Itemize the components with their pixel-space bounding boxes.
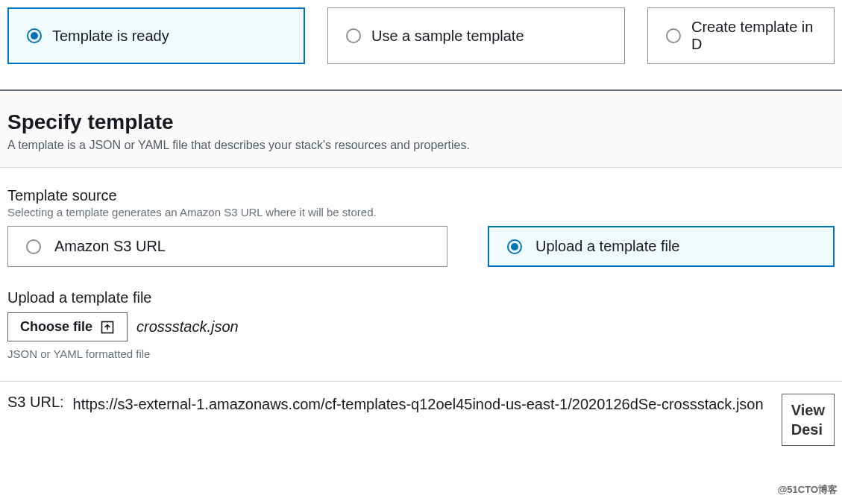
upload-row: Choose file crossstack.json	[7, 312, 835, 341]
upload-template-label: Upload a template file	[7, 289, 835, 306]
s3-url-label: S3 URL:	[7, 394, 64, 411]
option-label: Use a sample template	[371, 28, 524, 45]
option-upload-template-file[interactable]: Upload a template file	[488, 226, 835, 267]
template-source-help: Selecting a template generates an Amazon…	[7, 206, 835, 218]
option-create-template-in-designer[interactable]: Create template in D	[647, 7, 835, 64]
view-label-line1: View	[791, 402, 825, 418]
option-amazon-s3-url[interactable]: Amazon S3 URL	[7, 226, 447, 267]
s3-url-row: S3 URL: https://s3-external-1.amazonaws.…	[0, 381, 842, 453]
upload-icon	[100, 320, 115, 335]
specify-template-header: Specify template A template is a JSON or…	[0, 91, 842, 167]
view-label-line2: Desi	[791, 421, 823, 438]
radio-icon	[27, 28, 42, 43]
radio-icon	[666, 28, 681, 43]
option-label: Amazon S3 URL	[54, 238, 166, 255]
radio-icon	[346, 28, 361, 43]
option-label: Create template in D	[691, 19, 816, 53]
view-in-designer-button[interactable]: View Desi	[782, 394, 835, 446]
file-format-help: JSON or YAML formatted file	[7, 347, 835, 360]
template-source-section: Template source Selecting a template gen…	[0, 168, 842, 360]
template-source-label: Template source	[7, 187, 835, 204]
upload-template-block: Upload a template file Choose file cross…	[7, 289, 835, 360]
choose-file-button[interactable]: Choose file	[7, 312, 128, 341]
option-label: Upload a template file	[535, 238, 679, 255]
option-template-is-ready[interactable]: Template is ready	[7, 7, 305, 64]
s3-url-value: https://s3-external-1.amazonaws.com/cf-t…	[73, 394, 773, 415]
selected-file-name: crossstack.json	[136, 318, 239, 336]
option-label: Template is ready	[52, 28, 169, 45]
specify-template-title: Specify template	[7, 110, 835, 134]
radio-icon	[26, 239, 41, 254]
option-use-sample-template[interactable]: Use a sample template	[327, 7, 625, 64]
prerequisite-options-row: Template is ready Use a sample template …	[0, 0, 842, 89]
specify-template-subtitle: A template is a JSON or YAML file that d…	[7, 139, 835, 152]
radio-icon	[507, 239, 522, 254]
choose-file-label: Choose file	[20, 319, 92, 335]
template-source-options: Amazon S3 URL Upload a template file	[7, 226, 835, 267]
